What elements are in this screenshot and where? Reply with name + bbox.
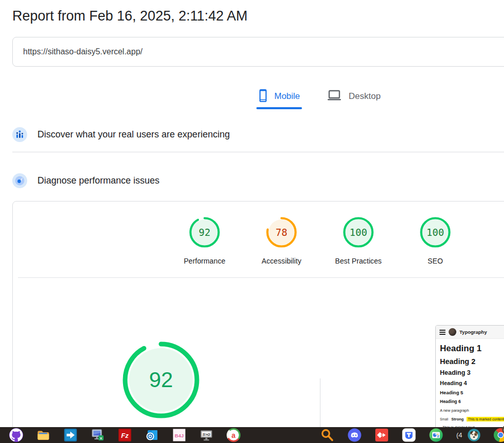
preview-heading5: Heading 5 xyxy=(440,390,504,395)
preview-heading4: Heading 4 xyxy=(440,380,504,386)
preview-strong-text: Strong xyxy=(451,417,463,421)
b4j-icon[interactable]: B4J xyxy=(172,428,186,442)
discord-icon[interactable] xyxy=(348,428,361,442)
gauge-best-practices[interactable]: 100 Best Practices xyxy=(322,216,394,265)
seo-label: SEO xyxy=(399,257,471,265)
section-field-label: Discover what your real users are experi… xyxy=(37,129,230,140)
a-app-icon[interactable]: a xyxy=(227,428,240,442)
section-field-data[interactable]: Discover what your real users are experi… xyxy=(12,127,230,142)
main-performance-score: 92 xyxy=(121,340,201,420)
section-diagnose-label: Diagnose performance issues xyxy=(37,175,159,186)
device-tabs: Mobile Desktop xyxy=(256,86,382,107)
active-tab-underline xyxy=(256,107,302,109)
menu-icon xyxy=(439,330,446,335)
accessibility-label: Accessibility xyxy=(246,257,317,265)
everything-search-icon[interactable] xyxy=(320,428,334,442)
best-practices-score: 100 xyxy=(342,216,374,248)
preview-heading2: Heading 2 xyxy=(440,357,504,366)
preview-paragraph: A new paragraph xyxy=(440,408,504,413)
file-explorer-icon[interactable] xyxy=(36,428,50,442)
section-divider xyxy=(12,152,504,152)
gauge-seo[interactable]: 100 SEO xyxy=(399,216,471,265)
performance-score: 92 xyxy=(189,216,220,248)
github-icon[interactable] xyxy=(9,428,23,442)
card-divider xyxy=(18,277,504,278)
tab-desktop-label: Desktop xyxy=(349,91,380,102)
window-count-label: (4 xyxy=(456,431,462,439)
preview-heading3: Heading 3 xyxy=(440,369,504,376)
svg-text:x: x xyxy=(100,436,103,440)
screentogif-icon[interactable]: S>G xyxy=(199,428,213,442)
tab-mobile[interactable]: Mobile xyxy=(256,86,302,107)
profile-dog-avatar-icon xyxy=(502,425,504,436)
page-title: Report from Feb 16, 2025, 2:11:42 AM xyxy=(12,8,248,24)
mobile-phone-icon xyxy=(258,89,268,105)
preview-heading1: Heading 1 xyxy=(440,344,504,354)
tab-mobile-label: Mobile xyxy=(274,91,300,102)
preview-marked-text: This is marked content xyxy=(467,417,504,421)
svg-text:B4J: B4J xyxy=(175,433,184,438)
thumbnail-app-bar: Typography xyxy=(436,326,504,339)
thumbnail-app-title: Typography xyxy=(459,329,487,335)
desktop-laptop-icon xyxy=(327,90,342,103)
section-diagnose[interactable]: Diagnose performance issues xyxy=(12,173,159,188)
gauge-performance[interactable]: 92 Performance xyxy=(169,216,240,265)
outlook-icon[interactable] xyxy=(145,428,159,442)
url-input[interactable] xyxy=(12,37,504,67)
taskbar: x Fz B4J S>G a xyxy=(0,427,504,443)
accessibility-score: 78 xyxy=(266,216,297,248)
performance-label: Performance xyxy=(169,257,240,265)
filezilla-icon[interactable]: Fz xyxy=(118,428,132,442)
page-screenshot-thumbnail: Typography Heading 1 Heading 2 Heading 3… xyxy=(435,325,504,436)
seo-score: 100 xyxy=(419,216,451,248)
avatar xyxy=(449,328,456,336)
arrow-app-icon[interactable] xyxy=(64,428,77,442)
t-app-icon[interactable] xyxy=(402,428,416,442)
anydesk-icon[interactable] xyxy=(375,428,389,442)
main-performance-gauge: 92 xyxy=(121,340,201,420)
gauge-accessibility[interactable]: 78 Accessibility xyxy=(246,216,317,265)
dog-avatar-icon[interactable] xyxy=(468,429,480,441)
diagnose-gauge-icon xyxy=(12,173,27,188)
svg-text:Fz: Fz xyxy=(121,432,129,439)
chrome-icon[interactable] xyxy=(494,428,504,442)
svg-text:S>G: S>G xyxy=(203,432,210,437)
best-practices-label: Best Practices xyxy=(322,257,394,265)
remote-desktop-excel-icon[interactable]: x xyxy=(91,428,105,442)
lighthouse-report-card: 92 Performance 78 Accessibility 100 Best… xyxy=(12,201,504,443)
tab-desktop[interactable]: Desktop xyxy=(325,86,382,107)
preview-heading6: Heading 6 xyxy=(440,399,504,404)
preview-small-text: Small xyxy=(440,417,448,421)
real-users-icon xyxy=(12,127,27,142)
chart-app-icon[interactable] xyxy=(429,428,443,442)
